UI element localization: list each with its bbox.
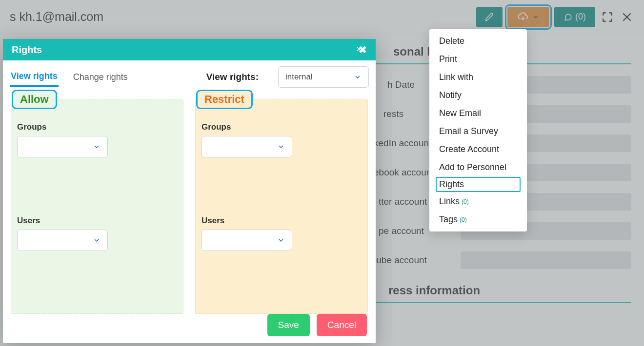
allow-users-select[interactable] [17,230,108,251]
restrict-title: Restrict [198,91,251,108]
menu-item-delete[interactable]: Delete [429,32,527,50]
menu-item-rights[interactable]: Rights [435,176,521,192]
save-button[interactable]: Save [267,314,310,336]
chevron-down-icon [93,143,101,151]
chevron-down-icon [277,236,285,244]
menu-item-badge: (0) [462,198,469,205]
menu-item-badge: (0) [460,216,467,223]
tab-change-rights[interactable]: Change rights [72,68,129,86]
scope-label: View rights: [206,72,259,82]
chevron-down-icon [354,73,362,81]
restrict-groups-label: Groups [201,122,362,132]
actions-menu: DeletePrintLink withNotifyNew EmailEmail… [429,29,527,231]
restrict-users-select[interactable] [201,230,292,251]
restrict-groups-select[interactable] [201,136,292,157]
menu-item-email-a-survey[interactable]: Email a Survey [429,122,527,140]
restrict-users-label: Users [201,216,362,226]
chevron-down-icon [277,143,285,151]
allow-groups-label: Groups [17,122,177,132]
cancel-button[interactable]: Cancel [317,314,367,336]
menu-item-tags[interactable]: Tags (0) [429,211,527,229]
modal-title: Rights [12,44,42,56]
allow-users-label: Users [17,216,177,226]
menu-item-notify[interactable]: Notify [429,86,527,104]
chevron-down-icon [93,236,101,244]
menu-item-link-with[interactable]: Link with [429,68,527,86]
restrict-panel: Restrict Groups Users [195,99,368,314]
menu-item-links[interactable]: Links (0) [429,192,527,211]
allow-title: Allow [13,91,56,108]
menu-item-add-to-personnel[interactable]: Add to Personnel [429,158,527,176]
scope-select[interactable]: internal [278,66,369,88]
menu-item-new-email[interactable]: New Email [429,104,527,122]
allow-groups-select[interactable] [17,136,108,157]
rights-modal: Rights ✖ View rights Change rights View … [3,39,376,343]
allow-panel: Allow Groups Users [11,99,183,314]
menu-item-print[interactable]: Print [429,50,527,68]
modal-close-button[interactable]: ✖ [356,44,367,56]
menu-item-create-account[interactable]: Create Account [429,140,527,158]
modal-tabs: View rights Change rights View rights: i… [8,62,371,88]
tab-view-rights[interactable]: View rights [10,67,59,87]
